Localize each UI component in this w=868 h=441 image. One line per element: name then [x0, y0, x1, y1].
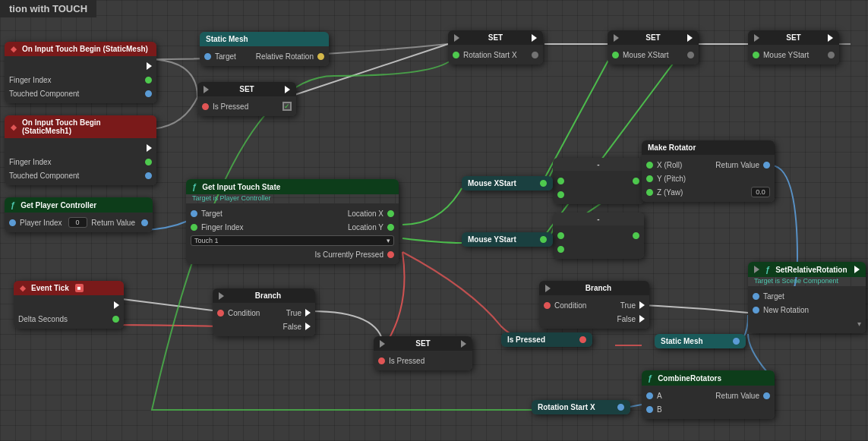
node-set-mouse-ystart[interactable]: SET Mouse YStart	[748, 30, 839, 65]
node-mouse-xstart-var[interactable]: Mouse XStart	[462, 176, 553, 191]
node-mouse-ystart-var[interactable]: Mouse YStart	[462, 232, 553, 247]
node-title: Is Pressed	[507, 335, 545, 344]
condition-row: Condition True	[539, 298, 649, 312]
node-header: ◆ On Input Touch Begin (StaticMesh1)	[5, 115, 156, 138]
target-row: Target Location X	[186, 206, 399, 220]
exec-out-icon	[285, 86, 290, 93]
node-body: Is Pressed	[374, 351, 472, 370]
node-static-mesh[interactable]: Static Mesh Target Relative Rotation	[200, 32, 329, 66]
node-on-touch-begin-0[interactable]: ◆ On Input Touch Begin (StaticMesh) Fing…	[5, 42, 156, 103]
blueprint-canvas[interactable]: tion with TOUCH ◆ On Input Touch Begin (…	[0, 0, 868, 441]
pin-row-1	[553, 174, 644, 187]
node-rotation-start-x-var[interactable]: Rotation Start X	[532, 400, 630, 414]
target-row: Target	[748, 289, 866, 303]
exec-row: Target Relative Rotation	[200, 49, 329, 63]
node-header: Static Mesh	[655, 334, 746, 348]
node-make-rotator[interactable]: Make Rotator X (Roll) Return Value Y (Pi…	[642, 140, 775, 202]
finger-index-row: Finger Index Location Y	[186, 220, 399, 234]
exec-out-icon	[461, 340, 466, 348]
node-get-player-controller[interactable]: ƒ Get Player Controller Player Index 0 R…	[5, 197, 153, 232]
node-header: Static Mesh	[200, 32, 329, 46]
node-body: Condition True False	[539, 295, 649, 329]
location-y-pin	[387, 224, 394, 231]
node-branch-2[interactable]: Branch Condition True False	[539, 281, 649, 329]
node-body: Finger Index Touched Component	[5, 56, 156, 103]
finger-index-pin	[145, 159, 152, 165]
condition-row: Condition True	[213, 306, 315, 320]
node-title: SET	[488, 33, 503, 42]
node-title: CombineRotators	[658, 374, 721, 383]
node-header: Branch	[213, 288, 315, 303]
exec-out-icon	[147, 144, 152, 152]
target-pin	[191, 210, 197, 217]
condition-pin	[217, 310, 224, 317]
node-body: Mouse XStart	[608, 45, 699, 65]
exec-out-icon	[532, 34, 537, 42]
exec-in-icon	[614, 34, 619, 42]
node-header: ◆ Event Tick ■	[14, 281, 124, 295]
true-exec	[639, 301, 645, 309]
exec-row	[5, 59, 156, 73]
exec-in-icon	[204, 86, 209, 93]
exec-in-icon	[219, 292, 224, 300]
finger-index-row: Finger Index	[5, 73, 156, 87]
operator-label: -	[597, 215, 599, 223]
node-set-rotation-start-x[interactable]: SET Rotation Start X	[448, 30, 543, 65]
false-exec	[639, 315, 645, 323]
node-set-is-pressed-2[interactable]: SET Is Pressed	[374, 336, 472, 370]
exec-in-icon	[545, 285, 551, 292]
exec-row	[5, 141, 156, 155]
false-row: False	[213, 320, 315, 333]
node-body: Target New Rotation ▾	[748, 286, 866, 333]
node-is-pressed-var-1[interactable]: Is Pressed	[501, 332, 592, 347]
node-event-tick[interactable]: ◆ Event Tick ■ Delta Seconds	[14, 281, 124, 329]
node-header: Branch	[539, 281, 649, 295]
node-combine-rotators[interactable]: ƒ CombineRotators A Return Value B	[642, 370, 775, 419]
node-on-touch-begin-1[interactable]: ◆ On Input Touch Begin (StaticMesh1) Fin…	[5, 115, 156, 185]
node-get-input-touch-state[interactable]: ƒ Get Input Touch State Target is Player…	[186, 179, 399, 264]
exec-in-icon	[754, 266, 759, 273]
node-title: Static Mesh	[661, 337, 703, 345]
pin-row-2	[553, 187, 644, 201]
node-header: Rotation Start X	[532, 400, 630, 414]
delta-seconds-pin	[112, 316, 119, 323]
node-body: Mouse YStart	[748, 45, 839, 65]
node-header: Make Rotator	[642, 140, 775, 155]
node-set-mouse-xstart[interactable]: SET Mouse XStart	[608, 30, 699, 65]
node-branch-1[interactable]: Branch Condition True False	[213, 288, 315, 336]
node-set-is-pressed[interactable]: SET Is Pressed	[197, 82, 296, 116]
a-pin	[646, 392, 653, 399]
node-subtract-2[interactable]: -	[553, 213, 644, 259]
node-title: SET	[239, 85, 254, 93]
finger-pin	[191, 224, 197, 231]
touched-component-pin	[145, 172, 152, 179]
node-subtract-1[interactable]: -	[553, 158, 644, 204]
node-set-relative-rotation[interactable]: ƒ SetRelativeRotation Target is Scene Co…	[748, 262, 866, 333]
node-header: Mouse XStart	[462, 176, 553, 191]
node-header: ◆ On Input Touch Begin (StaticMesh)	[5, 42, 156, 56]
y-pitch-row: Y (Pitch)	[642, 172, 775, 185]
touched-component-row: Touched Component	[5, 169, 156, 182]
b-pin	[646, 406, 653, 413]
node-body	[553, 225, 644, 259]
x-roll-pin	[646, 162, 653, 169]
out-pin	[532, 52, 538, 58]
node-body: Target Relative Rotation	[200, 46, 329, 66]
return-value-pin	[763, 162, 770, 169]
return-value-pin	[141, 219, 148, 226]
is-pressed-pin	[387, 251, 394, 258]
in-pin-2	[557, 246, 564, 253]
node-header: SET	[748, 30, 839, 45]
condition-pin	[544, 302, 551, 309]
is-pressed-checkbox[interactable]	[282, 102, 292, 111]
is-pressed-row: Is Pressed	[374, 354, 472, 367]
out-pin	[633, 178, 639, 184]
node-static-mesh-2[interactable]: Static Mesh	[655, 334, 746, 348]
node-title: Static Mesh	[206, 35, 248, 43]
node-body: Player Index 0 Return Value	[5, 213, 153, 232]
node-title: SET	[415, 339, 430, 348]
z-yaw-row: Z (Yaw) 0.0	[642, 185, 775, 199]
node-header: SET	[448, 30, 543, 45]
target-pin	[753, 293, 759, 300]
touch-dropdown[interactable]: Touch 1 ▾	[191, 235, 394, 246]
